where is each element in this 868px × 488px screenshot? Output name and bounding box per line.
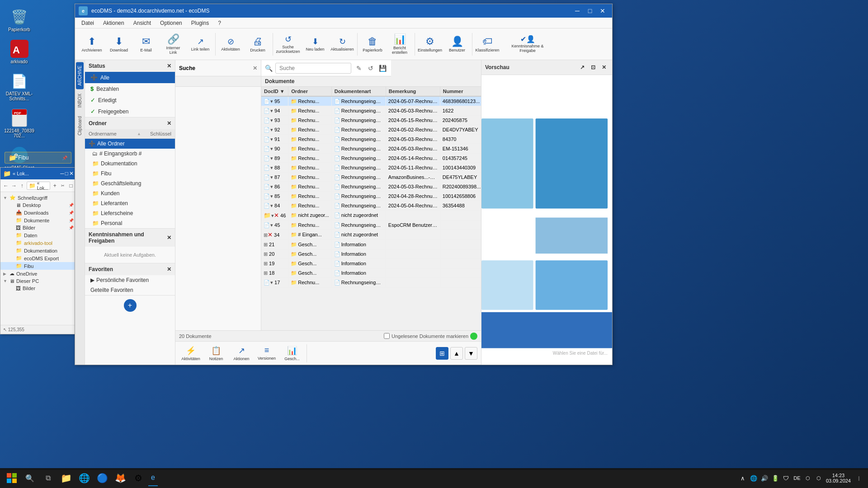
status-bezahlen[interactable]: $ Bezahlen	[85, 83, 175, 94]
favoriten-header[interactable]: Favoriten ✕	[85, 263, 175, 275]
download-arrow[interactable]: ▾	[270, 108, 273, 113]
tool-aktivitaeten[interactable]: ⊘ Aktivitäten	[217, 31, 244, 58]
favoriten-close-button[interactable]: ✕	[167, 266, 171, 272]
exp-fibu[interactable]: 📁 Fibu	[0, 262, 76, 270]
search-panel-close[interactable]: ✕	[253, 65, 257, 71]
tool-bericht-erstellen[interactable]: 📊 Bericht erstellen	[387, 31, 413, 58]
download-arrow[interactable]: ▾	[270, 136, 273, 142]
systray-battery[interactable]: 🔋	[771, 474, 780, 483]
systray-lang[interactable]: DE	[793, 474, 802, 483]
table-row[interactable]: 📄▾ 86📁Rechnu...📄Rechnungseingang2024-05-…	[261, 182, 481, 192]
table-row[interactable]: 📄▾ 93📁Rechnu...📄Rechnungseingang2024-05-…	[261, 116, 481, 125]
table-row[interactable]: 📄▾ 45📁Rechnu...📄RechnungseingangEspoCRM …	[261, 221, 481, 230]
menu-aktionen[interactable]: Aktionen	[99, 19, 129, 27]
exp-maximize[interactable]: □	[65, 170, 68, 177]
bottom-gesch[interactable]: 📊 Gesch...	[280, 343, 304, 363]
tool-link-teilen[interactable]: ↗ Link teilen	[187, 31, 213, 58]
table-row[interactable]: ⊞ 18📁Gesch...📄InformationPrivatbrauerei …	[261, 268, 481, 278]
menu-optionen[interactable]: Optionen	[156, 19, 187, 27]
taskbar-explorer[interactable]: 📁	[58, 470, 74, 486]
table-row[interactable]: 📄▾ 85📁Rechnu...📄Rechnungseingang2024-04-…	[261, 192, 481, 201]
systray-extra2[interactable]: ⬡	[814, 474, 823, 483]
download-arrow[interactable]: ▾	[270, 203, 273, 208]
table-row[interactable]: ⊞✕ 34📁# Eingan...📄nicht zugeordnet	[261, 230, 481, 240]
table-row[interactable]: ⊞ 20📁Gesch...📄InformationSchlumberger (U…	[261, 249, 481, 259]
table-row[interactable]: 📄▾ 84📁Rechnu...📄Rechnungseingang2024-05-…	[261, 201, 481, 211]
download-arrow[interactable]: ▾	[270, 184, 273, 189]
preview-detach[interactable]: ⊡	[589, 63, 598, 72]
systray-sound[interactable]: 🔊	[760, 474, 769, 483]
status-header[interactable]: Status ✕	[85, 60, 175, 72]
menu-help[interactable]: ?	[213, 19, 226, 27]
taskbar-settings[interactable]: ⚙	[130, 470, 146, 486]
taskbar-ecodms-active[interactable]: e	[148, 470, 158, 486]
download-arrow[interactable]: ▾	[270, 165, 273, 170]
exp-copy-icon[interactable]: □	[67, 181, 75, 191]
systray-up-arrow[interactable]: ∧	[738, 474, 747, 483]
minimize-button[interactable]: ─	[571, 5, 583, 17]
status-alle[interactable]: ➕ Alle	[85, 72, 175, 83]
search-reset-icon[interactable]: ↺	[366, 63, 376, 73]
unread-checkbox[interactable]	[384, 333, 390, 339]
table-row[interactable]: 📄▾ 90📁Rechnu...📄Rechnungseingang2024-05-…	[261, 144, 481, 154]
fav-geteilte[interactable]: Geteilte Favoriten	[85, 285, 175, 295]
table-row[interactable]: 📄▾ 17📁Rechnu...📄RechnungseingangAustrali…	[261, 278, 481, 287]
show-desktop-button[interactable]: |	[854, 473, 864, 483]
tool-klassifizieren[interactable]: 🏷 Klassifizieren	[474, 31, 500, 58]
tool-einstellungen[interactable]: ⚙ Einstellungen	[417, 31, 443, 58]
table-row[interactable]: 📄▾ 92📁Rechnu...📄Rechnungseingang2024-05-…	[261, 125, 481, 135]
systray-shield[interactable]: 🛡	[782, 474, 791, 483]
ordner-kunden[interactable]: 📁 Kunden	[85, 188, 175, 198]
bottom-versionen[interactable]: ≡ Versionen	[255, 343, 278, 363]
ordner-dokumentation[interactable]: 📁 Dokumentation	[85, 159, 175, 169]
status-freigegeben[interactable]: ✓ Freigegeben	[85, 106, 175, 117]
table-row[interactable]: 📄▾ 87📁Rechnu...📄RechnungseingangAmazonBu…	[261, 173, 481, 182]
tool-download[interactable]: ⬇ Download	[106, 31, 132, 58]
exp-back[interactable]: ←	[2, 181, 9, 191]
search-edit-icon[interactable]: ✎	[354, 63, 364, 73]
exp-new[interactable]: +	[51, 181, 58, 191]
exp-onedrive[interactable]: ▶ ☁ OneDrive	[0, 270, 76, 277]
download-arrow[interactable]: ▾	[270, 99, 273, 104]
col-ordner[interactable]: Ordner	[288, 87, 332, 96]
ordner-lieferanten[interactable]: 📁 Lieferanten	[85, 198, 175, 208]
exp-downloads[interactable]: 📥 Downloads 📌	[0, 209, 76, 216]
col-docid[interactable]: DocID ▼	[261, 87, 288, 96]
desktop-icon-papierkorb[interactable]: 🗑️ Papierkorb	[2, 5, 36, 35]
download-arrow[interactable]: ▾	[270, 193, 273, 199]
col-dokumentenart[interactable]: Dokumentenart	[331, 87, 386, 96]
bottom-aktionen[interactable]: ↗ Aktionen	[230, 343, 253, 363]
taskbar-edge[interactable]: 🌐	[76, 470, 92, 486]
exp-dieser-pc[interactable]: ▼ 🖥 Dieser PC	[0, 277, 76, 285]
menu-datei[interactable]: Datei	[77, 19, 99, 27]
exp-bilder-pc[interactable]: 🖼 Bilder	[0, 285, 76, 292]
tool-papierkorb[interactable]: 🗑 Papierkorb	[359, 31, 386, 58]
menu-plugins[interactable]: Plugins	[187, 19, 213, 27]
exp-close[interactable]: ✕	[69, 170, 74, 177]
tool-archivieren[interactable]: ⬆ Archivieren	[79, 31, 105, 58]
view-up-button[interactable]: ▲	[450, 347, 463, 360]
bottom-notizen[interactable]: 📋 Notizen	[204, 343, 228, 363]
add-favorite-button[interactable]: +	[124, 299, 137, 312]
ordner-eingangskorb[interactable]: 🗂 # Eingangskorb #	[85, 149, 175, 159]
desktop-icon-122148[interactable]: PDF 122148_70839702...	[2, 106, 36, 141]
status-close-button[interactable]: ✕	[167, 63, 171, 69]
col-bemerkung[interactable]: Bemerkung	[386, 87, 440, 96]
exp-minimize[interactable]: ─	[60, 170, 64, 177]
preview-close[interactable]: ✕	[599, 63, 609, 72]
ordner-close-button[interactable]: ✕	[167, 120, 171, 127]
col-nummer[interactable]: Nummer	[440, 87, 481, 96]
exp-path-bar[interactable]: 📁 « Lok...	[27, 182, 50, 190]
tool-aktualisieren[interactable]: ↻ Aktualisieren	[329, 31, 355, 58]
table-row[interactable]: ⊞ 21📁Gesch...📄InformationAlbrecht Dürer …	[261, 240, 481, 249]
menu-ansicht[interactable]: Ansicht	[129, 19, 156, 27]
download-arrow[interactable]: ▾	[270, 174, 273, 180]
download-arrow[interactable]: ▾	[270, 155, 273, 161]
fav-persoenliche[interactable]: ▶ Persönliche Favoriten	[85, 275, 175, 285]
search-input[interactable]	[275, 63, 351, 74]
tool-drucken[interactable]: 🖨 Drucken	[245, 31, 271, 58]
tool-kenntnisnahme[interactable]: ✔👤 Kenntnisnahme & Freigabe	[505, 31, 550, 58]
download-arrow[interactable]: ▾	[270, 222, 273, 228]
table-row[interactable]: 📄▾ 94📁Rechnu...📄Rechnungseingang2024-05-…	[261, 106, 481, 116]
vert-tab-inbox[interactable]: INBOX	[76, 90, 84, 111]
